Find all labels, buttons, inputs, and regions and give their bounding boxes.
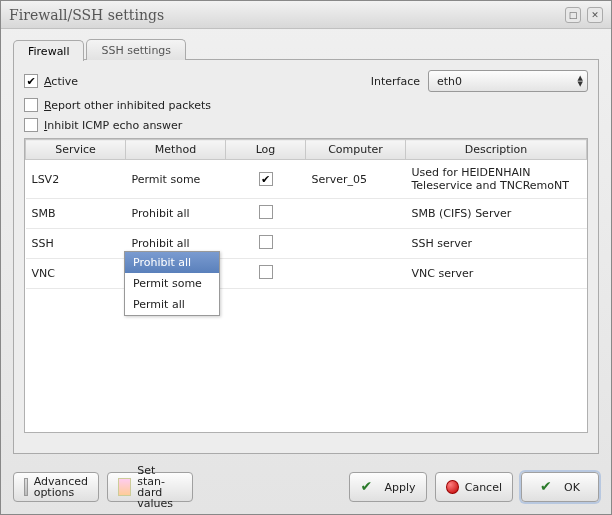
active-checkbox[interactable] <box>24 74 38 88</box>
tab-ssh-settings[interactable]: SSH settings <box>86 39 186 60</box>
tab-firewall[interactable]: Firewall <box>13 40 84 61</box>
window-controls: □ ✕ <box>565 7 603 23</box>
tabs: Firewall SSH settings <box>13 39 599 60</box>
window-title: Firewall/SSH settings <box>9 7 164 23</box>
maximize-icon[interactable]: □ <box>565 7 581 23</box>
close-icon[interactable]: ✕ <box>587 7 603 23</box>
inhibit-option: Inhibit ICMP echo answer <box>24 118 588 132</box>
rules-table-wrap: Service Method Log Computer Description … <box>24 138 588 433</box>
cancel-label: Cancel <box>465 481 502 494</box>
cell-computer[interactable] <box>306 229 406 259</box>
apply-label: Apply <box>384 481 415 494</box>
cell-computer[interactable] <box>306 199 406 229</box>
cell-service[interactable]: SMB <box>26 199 126 229</box>
cell-log[interactable] <box>226 160 306 199</box>
table-row[interactable]: SMBProhibit allSMB (CIFS) Server <box>26 199 587 229</box>
table-row[interactable]: VNCVNC server <box>26 259 587 289</box>
header-description[interactable]: Description <box>406 140 587 160</box>
header-log[interactable]: Log <box>226 140 306 160</box>
button-bar: Advancedoptions Set stan-dard values App… <box>1 462 611 514</box>
content-area: Firewall SSH settings Active Interface e… <box>1 29 611 462</box>
set-standard-values-label: Set stan-dard values <box>137 465 182 509</box>
set-standard-values-button[interactable]: Set stan-dard values <box>107 472 193 502</box>
cell-description[interactable]: SSH server <box>406 229 587 259</box>
interface-value: eth0 <box>437 75 462 88</box>
dropdown-item-permit-all[interactable]: Permit all <box>125 294 219 315</box>
stop-icon <box>446 480 459 494</box>
header-computer[interactable]: Computer <box>306 140 406 160</box>
cell-computer[interactable] <box>306 259 406 289</box>
window: Firewall/SSH settings □ ✕ Firewall SSH s… <box>0 0 612 515</box>
cell-method[interactable]: Permit some <box>126 160 226 199</box>
options-icon <box>24 478 28 496</box>
advanced-options-button[interactable]: Advancedoptions <box>13 472 99 502</box>
inhibit-checkbox[interactable] <box>24 118 38 132</box>
dropdown-item-permit-some[interactable]: Permit some <box>125 273 219 294</box>
titlebar: Firewall/SSH settings □ ✕ <box>1 1 611 29</box>
cell-log[interactable] <box>226 229 306 259</box>
table-row[interactable]: LSV2Permit someServer_05Used for HEIDENH… <box>26 160 587 199</box>
log-checkbox[interactable] <box>259 205 273 219</box>
cell-description[interactable]: SMB (CIFS) Server <box>406 199 587 229</box>
cell-service[interactable]: VNC <box>26 259 126 289</box>
interface-label: Interface <box>371 75 420 88</box>
cell-computer[interactable]: Server_05 <box>306 160 406 199</box>
rules-table: Service Method Log Computer Description … <box>25 139 587 289</box>
cell-description[interactable]: VNC server <box>406 259 587 289</box>
ok-button[interactable]: OK <box>521 472 599 502</box>
dropdown-item-prohibit-all[interactable]: Prohibit all <box>125 252 219 273</box>
cell-service[interactable]: LSV2 <box>26 160 126 199</box>
report-option: Report other inhibited packets <box>24 98 588 112</box>
cell-method[interactable]: Prohibit all <box>126 199 226 229</box>
cancel-button[interactable]: Cancel <box>435 472 513 502</box>
cell-description[interactable]: Used for HEIDENHAIN Teleservice and TNCR… <box>406 160 587 199</box>
report-checkbox[interactable] <box>24 98 38 112</box>
ok-label: OK <box>564 481 580 494</box>
header-method[interactable]: Method <box>126 140 226 160</box>
firewall-panel: Active Interface eth0 ▲▼ Report other in… <box>13 59 599 454</box>
report-label[interactable]: Report other inhibited packets <box>44 99 211 112</box>
interface-group: Interface eth0 ▲▼ <box>371 70 588 92</box>
table-row[interactable]: SSHProhibit allSSH server <box>26 229 587 259</box>
check-icon <box>540 478 558 496</box>
cell-service[interactable]: SSH <box>26 229 126 259</box>
check-icon <box>360 478 378 496</box>
apply-button[interactable]: Apply <box>349 472 427 502</box>
advanced-options-label: Advancedoptions <box>34 476 88 498</box>
cell-log[interactable] <box>226 199 306 229</box>
folder-icon <box>118 478 131 496</box>
log-checkbox[interactable] <box>259 265 273 279</box>
log-checkbox[interactable] <box>259 172 273 186</box>
active-label[interactable]: Active <box>44 75 78 88</box>
inhibit-label[interactable]: Inhibit ICMP echo answer <box>44 119 182 132</box>
cell-log[interactable] <box>226 259 306 289</box>
chevron-updown-icon: ▲▼ <box>578 75 583 87</box>
header-service[interactable]: Service <box>26 140 126 160</box>
active-option: Active <box>24 74 78 88</box>
log-checkbox[interactable] <box>259 235 273 249</box>
interface-select[interactable]: eth0 ▲▼ <box>428 70 588 92</box>
table-header-row: Service Method Log Computer Description <box>26 140 587 160</box>
method-dropdown: Prohibit all Permit some Permit all <box>124 251 220 316</box>
